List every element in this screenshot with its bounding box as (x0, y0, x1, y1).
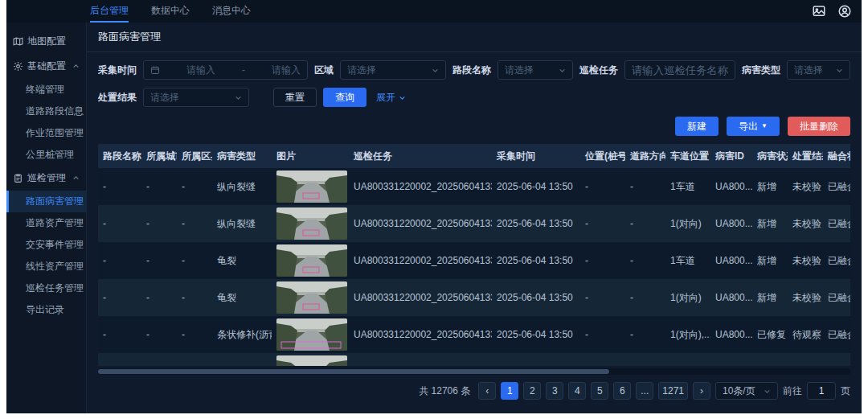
table-row: ---龟裂UA800331220002_20250604133852059202… (98, 279, 850, 316)
disease-id-cell: UA800... (710, 279, 752, 316)
city-cell: - (141, 242, 177, 279)
disease-id-cell (710, 353, 752, 366)
main-content: 路面病害管理 采集时间 请输入 - 请输入 区域 请选择 路段名称 (87, 23, 862, 413)
sidebar-item-8[interactable]: 道路资产管理 (6, 212, 86, 234)
disease-photo[interactable] (276, 244, 347, 277)
disease-photo[interactable] (276, 207, 347, 240)
sidebar-item-label: 地图配置 (27, 35, 66, 48)
page-button-1[interactable]: 1 (501, 382, 518, 400)
sidebar-item-label: 道路资产管理 (26, 216, 84, 230)
disease-type-select[interactable]: 请选择 (787, 60, 850, 80)
column-header-4: 图片 (272, 144, 349, 168)
disease-photo[interactable] (276, 170, 347, 203)
sidebar-item-3[interactable]: 道路路段信息 (6, 101, 86, 122)
user-avatar-icon[interactable] (837, 4, 852, 18)
horizontal-scrollbar[interactable] (98, 368, 850, 375)
chevron-down-icon (559, 67, 566, 74)
export-button[interactable]: 导出▼ (727, 117, 780, 136)
column-header-9: 车道位置 (665, 144, 710, 168)
topbar-tabs: 后台管理 数据中心 消息中心 (90, 0, 251, 23)
batch-delete-button[interactable]: 批量删除 (788, 117, 850, 136)
disease-photo[interactable] (276, 318, 347, 351)
page-button-6[interactable]: 6 (613, 382, 631, 400)
screenshot-icon[interactable] (812, 4, 826, 18)
table-row: ---纵向裂缝UA800331220002_202506041338520592… (98, 168, 850, 205)
sidebar-item-12[interactable]: 导出记录 (6, 299, 86, 321)
disease-id-cell: UA800... (710, 205, 752, 242)
task-cell: UA800331220002_20250604133852059 (349, 279, 492, 316)
sidebar: 地图配置基础配置终端管理道路路段信息作业范围管理公里桩管理巡检管理路面病害管理道… (6, 23, 87, 413)
road-name-select[interactable]: 请选择 (497, 60, 573, 80)
disease-photo[interactable] (276, 355, 347, 366)
inspection-task-input[interactable] (624, 60, 735, 80)
page-button-2[interactable]: 2 (523, 382, 541, 400)
disease-type-cell: 条状修补(沥青) (212, 316, 272, 353)
collect-time-cell: 2025-06-04 13:50 (492, 168, 580, 205)
scrollbar-thumb[interactable] (98, 369, 609, 374)
photo-cell (272, 168, 349, 205)
result-cell: 未校验 (788, 279, 823, 316)
disease-photo[interactable] (276, 281, 347, 314)
new-button[interactable]: 新建 (675, 117, 719, 136)
road-name-cell: - (98, 205, 141, 242)
task-cell: UA800331220002_20250604133852059 (349, 242, 492, 279)
page-button-5[interactable]: 5 (591, 382, 608, 400)
column-header-6: 采集时间 (492, 144, 580, 168)
search-button[interactable]: 查询 (323, 88, 366, 107)
district-cell: - (177, 279, 212, 316)
sidebar-item-11[interactable]: 巡检任务管理 (6, 277, 86, 299)
tab-data-center[interactable]: 数据中心 (151, 0, 190, 23)
disease-type-cell (212, 353, 272, 366)
page-ellipsis[interactable]: ... (636, 382, 653, 400)
column-header-12: 处置结果 (788, 144, 823, 168)
status-cell (752, 353, 788, 366)
column-header-3: 病害类型 (212, 144, 272, 168)
disease-type-cell: 龟裂 (212, 242, 272, 279)
table-row (98, 353, 850, 366)
district-cell (177, 353, 212, 366)
sidebar-item-label: 公里桩管理 (26, 148, 74, 162)
task-cell: UA800331220002_20250604133852059 (349, 168, 492, 205)
sidebar-item-4[interactable]: 作业范围管理 (6, 122, 86, 144)
filter-row-2: 处置结果 请选择 重置 查询 展开 (98, 88, 850, 107)
sidebar-item-2[interactable]: 终端管理 (6, 79, 86, 101)
sidebar-item-10[interactable]: 线性资产管理 (6, 256, 86, 277)
sidebar-item-0[interactable]: 地图配置 (6, 29, 86, 54)
region-select[interactable]: 请选择 (340, 60, 446, 80)
topbar: 后台管理 数据中心 消息中心 (6, 0, 862, 23)
tab-message-center[interactable]: 消息中心 (212, 0, 251, 23)
column-header-2: 所属区县 (177, 144, 212, 168)
city-cell: - (141, 205, 177, 242)
date-range-picker[interactable]: 请输入 - 请输入 (143, 60, 308, 80)
sidebar-item-9[interactable]: 交安事件管理 (6, 234, 86, 256)
direction-cell (625, 353, 665, 366)
table-row: ---纵向裂缝UA800331220002_202506041338520592… (98, 205, 850, 242)
sidebar-item-6[interactable]: 巡检管理 (6, 166, 86, 191)
direction-cell: - (625, 279, 665, 316)
direction-cell: - (625, 168, 665, 205)
photo-cell (272, 316, 349, 353)
disposal-result-select[interactable]: 请选择 (143, 88, 249, 107)
fusion-cell: 已融合 (823, 316, 850, 353)
tab-backend-admin[interactable]: 后台管理 (90, 0, 129, 23)
sidebar-item-5[interactable]: 公里桩管理 (6, 144, 86, 166)
page-button-3[interactable]: 3 (546, 382, 563, 400)
stake-cell: - (580, 316, 625, 353)
disease-type-cell: 龟裂 (212, 279, 272, 316)
sidebar-item-7[interactable]: 路面病害管理 (6, 191, 86, 212)
page-button-4[interactable]: 4 (568, 382, 586, 400)
page-button-1271[interactable]: 1271 (658, 382, 688, 400)
next-page-button[interactable]: › (693, 382, 710, 400)
goto-page-input[interactable] (807, 382, 836, 400)
page-size-select[interactable]: 10条/页 (715, 382, 778, 400)
status-cell: 已修复 (752, 316, 788, 353)
photo-cell (272, 353, 349, 366)
column-header-8: 道路方向 (625, 144, 665, 168)
reset-button[interactable]: 重置 (273, 88, 317, 107)
fusion-cell: 已融合 (823, 205, 850, 242)
sidebar-item-label: 巡检管理 (27, 171, 66, 185)
sidebar-item-1[interactable]: 基础配置 (6, 54, 86, 79)
expand-filters-link[interactable]: 展开 (376, 91, 406, 105)
prev-page-button[interactable]: ‹ (478, 382, 496, 400)
chevron-down-icon (235, 94, 242, 101)
